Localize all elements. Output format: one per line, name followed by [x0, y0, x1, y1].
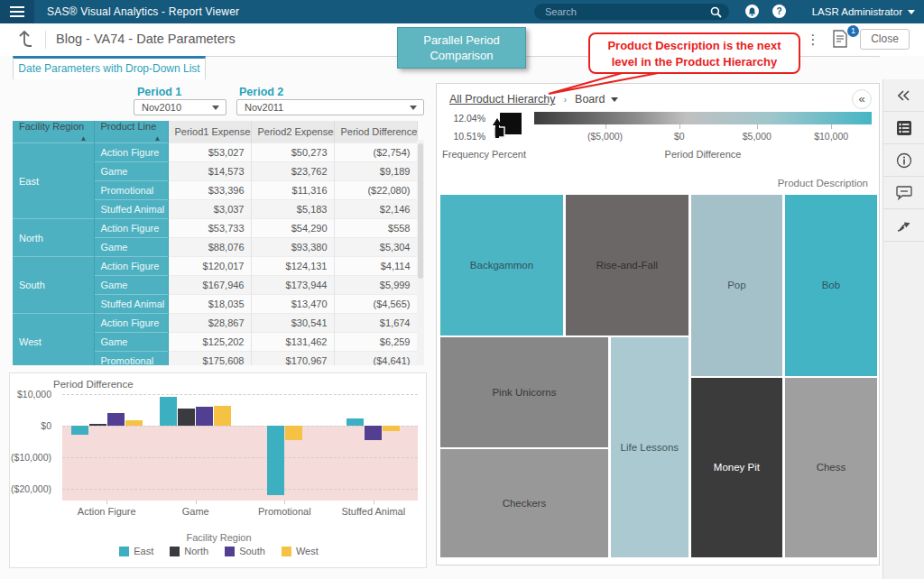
col-period2-expenses[interactable]: Period2 Expenses — [251, 121, 334, 143]
x-axis-tick: Promotional — [244, 506, 325, 517]
share-route-icon[interactable] — [883, 209, 924, 242]
legend-item-north[interactable]: North — [170, 546, 208, 556]
legend-item-east[interactable]: East — [119, 546, 153, 556]
period-difference-cell: $1,674 — [334, 314, 417, 333]
product-cell[interactable]: Action Figure — [94, 219, 168, 238]
bar-north-action-figure[interactable] — [89, 424, 106, 426]
notification-badge: 1 — [847, 25, 859, 37]
bar-north-game[interactable] — [178, 409, 195, 426]
bar-south-action-figure[interactable] — [107, 413, 125, 426]
bar-west-stuffed-animal[interactable] — [383, 426, 400, 431]
report-info-icon[interactable]: 1 — [832, 30, 854, 50]
region-cell[interactable]: West — [13, 314, 94, 366]
y-axis-tick: ($20,000) — [0, 483, 51, 494]
size-legend-values: 12.04% 10.51% — [444, 109, 485, 145]
collapse-sidebar-icon[interactable] — [883, 79, 924, 112]
bar-chart-panel: Period Difference $10,000$0($10,000)($20… — [9, 372, 427, 568]
close-button[interactable]: Close — [860, 29, 910, 50]
col-period-difference[interactable]: Period Difference — [334, 121, 417, 143]
y-axis-tick: $0 — [0, 420, 51, 431]
period1-label: Period 1 — [137, 86, 181, 98]
comments-icon[interactable] — [883, 177, 924, 209]
table-header-row: Facility Region▲Product Line▲Period1 Exp… — [13, 121, 417, 143]
col-facility-region[interactable]: Facility Region▲ — [13, 121, 94, 143]
product-cell[interactable]: Stuffed Animal — [94, 200, 168, 219]
table-row[interactable]: SouthAction Figure$120,017$124,131$4,114 — [13, 257, 417, 276]
gridline — [62, 457, 418, 458]
product-cell[interactable]: Game — [94, 276, 168, 295]
p2-expenses-cell: $5,183 — [251, 200, 334, 219]
product-cell[interactable]: Promotional — [94, 352, 168, 366]
bar-chart-plot — [62, 391, 418, 501]
bar-west-action-figure[interactable] — [125, 420, 143, 426]
treemap-tile-pink-unicorns[interactable]: Pink Unicorns — [440, 337, 608, 447]
product-cell[interactable]: Game — [94, 333, 168, 352]
gridline — [62, 489, 418, 490]
table-row[interactable]: NorthAction Figure$53,733$54,290$558 — [13, 219, 417, 238]
product-cell[interactable]: Game — [94, 238, 168, 257]
bar-west-game[interactable] — [214, 406, 231, 426]
treemap-tile-rise-and-fall[interactable]: Rise-and-Fall — [566, 195, 688, 335]
treemap-tile-pop[interactable]: Pop — [691, 195, 782, 376]
region-cell[interactable]: South — [13, 257, 94, 314]
treemap-tile-life-lessons[interactable]: Life Lessons — [611, 337, 688, 557]
hamburger-menu-icon[interactable] — [0, 0, 34, 23]
color-legend-tick: $0 — [648, 131, 711, 142]
product-cell[interactable]: Action Figure — [94, 143, 168, 162]
bar-east-game[interactable] — [160, 397, 177, 426]
help-icon[interactable]: ? — [772, 5, 786, 18]
col-period1-expenses[interactable]: Period1 Expenses — [168, 121, 251, 143]
treemap-tile-checkers[interactable]: Checkers — [440, 449, 608, 557]
bar-chart-title: Period Difference — [53, 379, 134, 390]
bar-south-stuffed-animal[interactable] — [365, 426, 382, 440]
period-difference-cell: $5,304 — [334, 238, 417, 257]
region-cell[interactable]: North — [13, 219, 94, 257]
x-axis-tick: Stuffed Animal — [333, 506, 414, 517]
user-menu[interactable]: LASR Administrator — [812, 0, 915, 23]
table-scrollbar[interactable] — [417, 140, 424, 365]
collapse-panel-icon[interactable]: « — [852, 89, 872, 109]
color-legend-tick: $5,000 — [725, 131, 789, 142]
report-contents-icon[interactable] — [883, 112, 924, 144]
bar-east-stuffed-animal[interactable] — [346, 418, 364, 426]
bar-east-action-figure[interactable] — [71, 426, 88, 435]
p2-expenses-cell: $93,380 — [251, 238, 334, 257]
more-options-icon[interactable]: ⋮ — [806, 29, 820, 51]
product-cell[interactable]: Action Figure — [94, 314, 168, 333]
search-input[interactable] — [545, 6, 710, 17]
treemap-tile-bob[interactable]: Bob — [785, 195, 877, 376]
product-cell[interactable]: Promotional — [94, 181, 168, 200]
product-cell[interactable]: Game — [94, 162, 168, 181]
product-cell[interactable]: Stuffed Animal — [94, 295, 168, 314]
p1-expenses-cell: $3,037 — [168, 200, 251, 219]
treemap-tile-money-pit[interactable]: Money Pit — [691, 378, 782, 557]
color-legend-caption: Period Difference — [534, 149, 872, 160]
y-axis-tick: ($10,000) — [0, 452, 51, 463]
info-icon[interactable] — [883, 144, 924, 177]
tab-date-parameters[interactable]: Date Parameters with Drop-Down List — [13, 56, 206, 79]
user-name: LASR Administrator — [812, 6, 902, 17]
table-row[interactable]: WestAction Figure$28,867$30,541$1,674 — [13, 314, 417, 333]
col-product-line[interactable]: Product Line▲ — [94, 121, 168, 143]
notifications-bell-icon[interactable] — [745, 5, 759, 18]
treemap-tile-chess[interactable]: Chess — [785, 378, 877, 557]
search-icon[interactable] — [710, 6, 722, 18]
period2-dropdown[interactable]: Nov2011 — [236, 99, 424, 115]
bar-west-promotional[interactable] — [285, 426, 302, 440]
p2-expenses-cell: $50,273 — [251, 143, 334, 162]
search-box[interactable] — [534, 4, 729, 20]
legend-item-south[interactable]: South — [225, 546, 265, 556]
treemap-tile-backgammon[interactable]: Backgammon — [440, 195, 563, 335]
legend-item-west[interactable]: West — [282, 546, 319, 556]
period1-dropdown[interactable]: Nov2010 — [134, 99, 226, 115]
product-cell[interactable]: Action Figure — [94, 257, 168, 276]
p1-expenses-cell: $167,946 — [168, 276, 251, 295]
table-row[interactable]: EastAction Figure$53,027$50,273($2,754) — [13, 143, 417, 162]
bar-south-game[interactable] — [196, 407, 213, 426]
app-title: SAS® Visual Analytics - Report Viewer — [47, 5, 239, 18]
region-cell[interactable]: East — [13, 143, 94, 219]
back-button[interactable] — [16, 30, 38, 50]
period-difference-cell: $558 — [334, 219, 417, 238]
period-difference-cell: ($22,080) — [334, 181, 417, 200]
bar-east-promotional[interactable] — [267, 426, 284, 495]
